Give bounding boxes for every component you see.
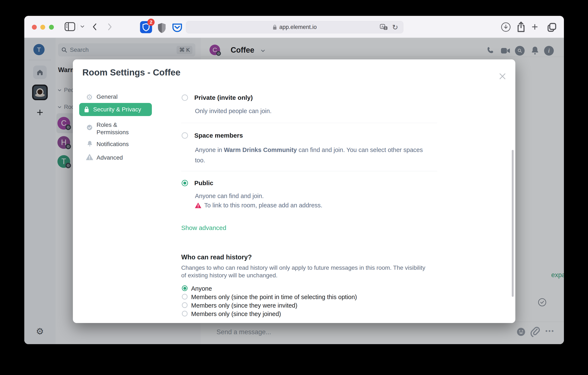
room-settings-dialog: Room Settings - Coffee ⚙ General Securit… bbox=[73, 59, 515, 323]
share-button[interactable] bbox=[516, 21, 526, 33]
radio-history-members-invited[interactable] bbox=[182, 302, 188, 308]
radio-history-anyone-label[interactable]: Anyone bbox=[191, 285, 212, 292]
public-description: Anyone can find and join. bbox=[195, 193, 264, 199]
svg-text:A: A bbox=[381, 25, 384, 28]
gear-icon: ⚙ bbox=[86, 93, 93, 102]
lock-icon bbox=[273, 24, 277, 30]
dialog-title: Room Settings - Coffee bbox=[82, 67, 180, 77]
bitwarden-extension-button[interactable]: 2 bbox=[140, 21, 152, 33]
tab-notifications[interactable]: Notifications bbox=[96, 141, 129, 148]
browser-toolbar: 2 app.element.io bbox=[24, 16, 564, 38]
url-text: app.element.io bbox=[279, 24, 317, 31]
sidebar-menu-chevron[interactable] bbox=[80, 24, 85, 29]
url-bar[interactable]: app.element.io A ↻ bbox=[186, 21, 403, 33]
toolbar-divider bbox=[77, 23, 78, 30]
zoom-window-button[interactable] bbox=[49, 25, 54, 30]
new-tab-button[interactable]: + bbox=[532, 21, 538, 33]
minimize-window-button[interactable] bbox=[40, 25, 45, 30]
close-window-button[interactable] bbox=[32, 25, 37, 30]
tab-security-privacy[interactable]: Security & Privacy bbox=[79, 103, 152, 116]
close-dialog-button[interactable] bbox=[498, 72, 507, 81]
radio-private-label[interactable]: Private (invite only) bbox=[194, 94, 253, 101]
back-button[interactable] bbox=[92, 22, 98, 32]
chevron-down-icon bbox=[80, 24, 85, 29]
warning-triangle-icon bbox=[86, 154, 93, 160]
radio-history-members-selecting[interactable] bbox=[182, 294, 188, 299]
seal-check-icon bbox=[86, 124, 93, 131]
warning-triangle-icon bbox=[195, 202, 201, 209]
radio-history-members-selecting-label[interactable]: Members only (since the point in time of… bbox=[191, 294, 357, 301]
shield-extension-button[interactable] bbox=[157, 22, 167, 33]
shield-icon bbox=[157, 22, 167, 33]
divider bbox=[181, 123, 437, 123]
radio-space-members[interactable] bbox=[182, 132, 188, 139]
tab-overview-button[interactable] bbox=[546, 22, 557, 32]
address-warning-text: To link to this room, please add an addr… bbox=[204, 202, 322, 209]
radio-private[interactable] bbox=[182, 95, 188, 101]
forward-button[interactable] bbox=[107, 22, 113, 32]
translate-button[interactable]: A bbox=[379, 24, 388, 31]
sidebar-toggle-button[interactable] bbox=[64, 22, 75, 32]
dialog-scrollbar[interactable] bbox=[512, 150, 514, 297]
radio-space-members-label[interactable]: Space members bbox=[194, 132, 243, 139]
radio-history-members-joined[interactable] bbox=[182, 311, 188, 316]
extension-badge: 2 bbox=[147, 19, 155, 26]
space-desc-community-name: Warm Drinks Community bbox=[224, 146, 297, 153]
space-members-description: Anyone in Warm Drinks Community can find… bbox=[195, 145, 425, 165]
chevron-left-icon bbox=[92, 22, 98, 32]
tab-roles-permissions[interactable]: Roles & Permissions bbox=[96, 121, 137, 136]
lock-icon bbox=[84, 106, 89, 113]
pocket-icon bbox=[171, 22, 183, 33]
radio-history-anyone[interactable] bbox=[182, 285, 188, 291]
close-icon bbox=[499, 73, 506, 80]
translate-icon: A bbox=[379, 24, 388, 31]
downloads-button[interactable] bbox=[501, 22, 511, 32]
sidebar-toggle-icon bbox=[64, 22, 75, 32]
reload-button[interactable]: ↻ bbox=[392, 23, 398, 32]
tab-security-privacy-label: Security & Privacy bbox=[93, 106, 141, 113]
radio-history-members-invited-label[interactable]: Members only (since they were invited) bbox=[191, 302, 297, 309]
download-arrow-icon bbox=[504, 24, 508, 30]
history-heading: Who can read history? bbox=[181, 254, 252, 261]
radio-public-label[interactable]: Public bbox=[194, 179, 213, 187]
radio-history-members-joined-label[interactable]: Members only (since they joined) bbox=[191, 310, 281, 318]
chevron-right-icon bbox=[107, 22, 113, 32]
history-description: Changes to who can read history will onl… bbox=[181, 264, 429, 279]
tab-general[interactable]: General bbox=[96, 93, 118, 100]
space-desc-prefix: Anyone in bbox=[195, 146, 224, 153]
bell-icon bbox=[86, 140, 93, 147]
show-advanced-link[interactable]: Show advanced bbox=[181, 224, 226, 232]
address-warning: To link to this room, please add an addr… bbox=[195, 202, 322, 209]
tabs-icon bbox=[546, 22, 557, 32]
share-icon bbox=[516, 21, 526, 33]
screenshot-stage: 2 app.element.io bbox=[0, 0, 588, 375]
pocket-extension-button[interactable] bbox=[171, 22, 183, 33]
radio-public[interactable] bbox=[182, 180, 188, 186]
private-description: Only invited people can join. bbox=[195, 108, 272, 115]
tab-advanced[interactable]: Advanced bbox=[96, 154, 123, 161]
